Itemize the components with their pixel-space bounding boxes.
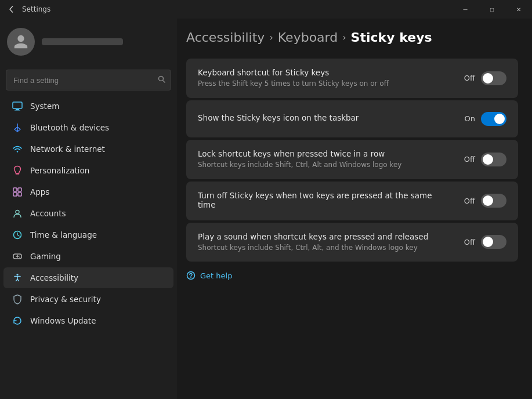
svg-point-17 [19, 257, 20, 258]
setting-two-keys-control: Off [461, 194, 506, 208]
setting-two-keys: Turn off Sticky keys when two keys are p… [186, 182, 518, 220]
breadcrumb-keyboard[interactable]: Keyboard [278, 30, 338, 45]
setting-shortcut-info: Keyboard shortcut for Sticky keys Press … [198, 68, 461, 89]
sidebar-item-accounts-label: Accounts [30, 209, 66, 218]
sidebar-item-apps-label: Apps [30, 187, 49, 197]
user-section [0, 19, 177, 65]
sidebar-item-network-label: Network & internet [30, 144, 105, 154]
sidebar-item-system-label: System [30, 101, 59, 111]
setting-lock-twice-label: Off [461, 155, 475, 164]
help-icon [186, 271, 196, 280]
setting-sound-desc: Shortcut keys include Shift, Ctrl, Alt, … [198, 243, 450, 253]
setting-sound-title: Play a sound when shortcut keys are pres… [198, 232, 450, 241]
svg-point-18 [17, 274, 19, 275]
setting-taskbar-icon-toggle[interactable] [481, 112, 506, 126]
setting-shortcut-label: Off [461, 74, 475, 82]
setting-shortcut-toggle[interactable] [481, 71, 506, 85]
setting-sound-toggle[interactable] [481, 235, 506, 249]
privacy-icon [12, 293, 23, 305]
sidebar-item-privacy[interactable]: Privacy & security [3, 289, 173, 310]
titlebar: Settings ─ □ ✕ [0, 0, 532, 19]
toggle-thumb [483, 237, 493, 247]
user-name [42, 38, 123, 45]
get-help-link[interactable]: Get help [186, 271, 518, 280]
search-container [6, 70, 171, 90]
sidebar-item-time[interactable]: Time & language [3, 224, 173, 245]
svg-rect-2 [13, 102, 22, 108]
svg-point-20 [190, 277, 191, 278]
system-icon [12, 100, 23, 112]
time-icon [12, 229, 23, 241]
breadcrumb-sep-2: › [342, 32, 346, 43]
maximize-button[interactable]: □ [479, 0, 505, 19]
svg-point-5 [17, 151, 18, 152]
titlebar-left: Settings [7, 5, 50, 14]
nav-menu: System Bluetooth & devices [0, 95, 177, 332]
setting-sound-control: Off [461, 235, 506, 249]
setting-two-keys-toggle[interactable] [481, 194, 506, 208]
sidebar-item-time-label: Time & language [30, 230, 97, 240]
setting-shortcut-title: Keyboard shortcut for Sticky keys [198, 68, 450, 77]
window-controls: ─ □ ✕ [452, 0, 532, 19]
svg-rect-8 [18, 188, 21, 191]
sidebar-item-personalization-label: Personalization [30, 166, 89, 175]
sidebar-item-accounts[interactable]: Accounts [3, 203, 173, 224]
svg-rect-9 [13, 193, 17, 196]
app-title: Settings [22, 5, 50, 13]
settings-list: Keyboard shortcut for Sticky keys Press … [186, 59, 518, 262]
svg-rect-7 [13, 188, 17, 191]
sidebar-item-privacy-label: Privacy & security [30, 295, 101, 304]
setting-lock-twice-desc: Shortcut keys include Shift, Ctrl, Alt a… [198, 160, 450, 170]
setting-shortcut: Keyboard shortcut for Sticky keys Press … [186, 59, 518, 98]
setting-taskbar-icon-info: Show the Sticky keys icon on the taskbar [198, 113, 461, 124]
svg-point-11 [16, 211, 19, 214]
sidebar-item-network[interactable]: Network & internet [3, 139, 173, 159]
sidebar-item-bluetooth[interactable]: Bluetooth & devices [3, 117, 173, 138]
breadcrumb-current: Sticky keys [351, 30, 432, 45]
setting-sound-label: Off [461, 238, 475, 246]
minimize-button[interactable]: ─ [452, 0, 479, 19]
content-area: Accessibility › Keyboard › Sticky keys K… [177, 19, 532, 399]
setting-taskbar-icon-title: Show the Sticky keys icon on the taskbar [198, 113, 450, 122]
back-button[interactable] [7, 5, 16, 14]
sidebar-item-bluetooth-label: Bluetooth & devices [30, 123, 109, 132]
breadcrumb-sep-1: › [269, 32, 273, 43]
setting-lock-twice-toggle[interactable] [481, 153, 506, 166]
sidebar-item-update[interactable]: Windows Update [3, 310, 173, 331]
update-icon [12, 315, 23, 327]
sidebar-item-accessibility-label: Accessibility [30, 273, 78, 282]
get-help-label: Get help [200, 271, 232, 280]
setting-lock-twice-control: Off [461, 153, 506, 166]
main-layout: System Bluetooth & devices [0, 19, 532, 399]
gaming-icon [12, 251, 23, 262]
close-button[interactable]: ✕ [505, 0, 532, 19]
bluetooth-icon [12, 122, 23, 133]
accessibility-icon [12, 272, 23, 284]
setting-taskbar-icon-control: On [461, 112, 506, 126]
network-icon [12, 143, 23, 155]
breadcrumb: Accessibility › Keyboard › Sticky keys [186, 30, 518, 45]
setting-shortcut-desc: Press the Shift key 5 times to turn Stic… [198, 79, 450, 89]
svg-rect-4 [15, 110, 20, 111]
toggle-thumb [494, 114, 505, 124]
sidebar-item-apps[interactable]: Apps [3, 182, 173, 202]
toggle-thumb [483, 73, 493, 84]
accounts-icon [12, 208, 23, 219]
breadcrumb-accessibility[interactable]: Accessibility [186, 30, 265, 45]
toggle-thumb [483, 154, 493, 165]
setting-shortcut-control: Off [461, 71, 506, 85]
sidebar-item-gaming[interactable]: Gaming [3, 246, 173, 267]
setting-taskbar-icon-label: On [461, 114, 475, 123]
setting-sound-info: Play a sound when shortcut keys are pres… [198, 232, 461, 253]
search-input[interactable] [6, 70, 171, 90]
apps-icon [12, 186, 23, 198]
svg-point-16 [19, 256, 20, 257]
setting-two-keys-label: Off [461, 197, 475, 205]
sidebar-item-update-label: Windows Update [30, 316, 96, 325]
sidebar-item-personalization[interactable]: Personalization [3, 160, 173, 181]
sidebar: System Bluetooth & devices [0, 19, 177, 399]
svg-rect-10 [18, 193, 21, 196]
sidebar-item-system[interactable]: System [3, 96, 173, 117]
setting-taskbar-icon: Show the Sticky keys icon on the taskbar… [186, 100, 518, 137]
sidebar-item-accessibility[interactable]: Accessibility [3, 267, 173, 288]
